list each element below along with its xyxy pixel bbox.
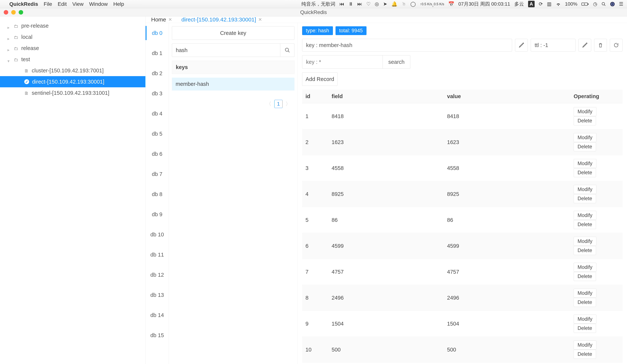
db-item-3[interactable]: db 3 — [146, 83, 169, 104]
db-item-14[interactable]: db 14 — [146, 305, 169, 325]
delete-key-button[interactable] — [594, 39, 607, 52]
delete-button[interactable]: Delete — [574, 168, 596, 177]
modify-button[interactable]: Modify — [574, 237, 596, 246]
modify-button[interactable]: Modify — [574, 133, 596, 142]
record-search-button[interactable]: search — [383, 55, 410, 69]
modify-button[interactable]: Modify — [574, 263, 596, 272]
tree-node-cluster-150-109-42-193-7001-[interactable]: cluster-[150.109.42.193:7001] — [0, 65, 145, 76]
tree-node-direct-150-109-42-193-30001-[interactable]: ✓direct-[150.109.42.193:30001] — [0, 76, 145, 87]
delete-button[interactable]: Delete — [574, 220, 596, 229]
tree-node-test[interactable]: test — [0, 54, 145, 65]
menu-window[interactable]: Window — [89, 1, 108, 7]
delete-button[interactable]: Delete — [574, 142, 596, 151]
mouse-icon[interactable]: 🖱 — [401, 1, 406, 7]
keys-header: keys — [172, 61, 295, 74]
modify-button[interactable]: Modify — [574, 289, 596, 298]
window-zoom-button[interactable] — [19, 10, 23, 14]
col-id: id — [302, 90, 328, 103]
key-item[interactable]: member-hash — [172, 78, 295, 91]
modify-button[interactable]: Modify — [574, 107, 596, 116]
modify-button[interactable]: Modify — [574, 314, 596, 324]
tree-node-sentinel-150-109-42-193-31001-[interactable]: sentinel-[150.109.42.193:31001] — [0, 87, 145, 99]
prev-page-icon[interactable]: 〈 — [266, 100, 271, 107]
battery-menu-icon[interactable]: ▥ — [547, 1, 552, 7]
add-record-button[interactable]: Add Record — [302, 72, 338, 86]
delete-button[interactable]: Delete — [574, 116, 596, 125]
notification-center-icon[interactable]: ☰ — [619, 1, 623, 7]
delete-button[interactable]: Delete — [574, 194, 596, 203]
wifi-icon[interactable] — [556, 2, 561, 6]
sync-icon[interactable]: ⟳ — [539, 1, 543, 7]
db-item-0[interactable]: db 0 — [146, 23, 169, 43]
close-icon[interactable]: ✕ — [258, 17, 262, 22]
delete-button[interactable]: Delete — [574, 298, 596, 307]
menu-view[interactable]: View — [72, 1, 83, 7]
window-close-button[interactable] — [4, 10, 8, 14]
tab-connection[interactable]: direct-[150.109.42.193:30001] ✕ — [181, 16, 262, 23]
delete-button[interactable]: Delete — [574, 246, 596, 255]
db-item-9[interactable]: db 9 — [146, 204, 169, 224]
modify-button[interactable]: Modify — [574, 185, 596, 194]
close-icon[interactable]: ✕ — [168, 17, 172, 22]
music-title[interactable]: 纯音乐，无歌词 — [301, 1, 335, 7]
macos-menubar: QuickRedis File Edit View Window Help 纯音… — [0, 0, 627, 8]
db-item-2[interactable]: db 2 — [146, 63, 169, 83]
db-item-4[interactable]: db 4 — [146, 104, 169, 124]
db-item-10[interactable]: db 10 — [146, 224, 169, 245]
input-method[interactable]: A — [528, 1, 535, 7]
db-item-5[interactable]: db 5 — [146, 124, 169, 144]
tab-home[interactable]: Home ✕ — [151, 16, 172, 23]
plane-icon[interactable]: ➤ — [383, 1, 387, 7]
tree-node-local[interactable]: local — [0, 31, 145, 43]
prev-track-icon[interactable]: ⏮ — [339, 1, 344, 7]
db-item-7[interactable]: db 7 — [146, 164, 169, 184]
create-key-button[interactable]: Create key — [172, 26, 295, 40]
delete-button[interactable]: Delete — [574, 350, 596, 359]
ttl-box: ttl : -1 — [531, 39, 575, 52]
tree-node-release[interactable]: release — [0, 43, 145, 54]
key-search-input[interactable] — [172, 44, 280, 57]
delete-button[interactable]: Delete — [574, 272, 596, 281]
db-item-8[interactable]: db 8 — [146, 184, 169, 204]
menu-file[interactable]: File — [44, 1, 52, 7]
datetime[interactable]: 07月30日 周四 00:03:11 — [458, 1, 510, 7]
menu-edit[interactable]: Edit — [58, 1, 67, 7]
calendar-icon[interactable]: 📅 — [448, 1, 454, 7]
weather[interactable]: 多云 — [514, 1, 524, 7]
page-number[interactable]: 1 — [274, 100, 283, 108]
db-item-6[interactable]: db 6 — [146, 144, 169, 164]
next-track-icon[interactable]: ⏭ — [357, 1, 362, 7]
app-menu[interactable]: QuickRedis — [9, 1, 38, 7]
clock-icon[interactable]: ◷ — [593, 1, 597, 7]
edit-ttl-button[interactable] — [578, 39, 591, 52]
db-item-13[interactable]: db 13 — [146, 285, 169, 305]
db-item-15[interactable]: db 15 — [146, 325, 169, 345]
target-icon[interactable]: ◎ — [375, 1, 379, 7]
edit-key-button[interactable] — [515, 39, 528, 52]
delete-button[interactable]: Delete — [574, 324, 596, 333]
modify-button[interactable]: Modify — [574, 341, 596, 350]
tree-node-pre-release[interactable]: pre-release — [0, 20, 145, 31]
siri-icon[interactable] — [610, 2, 615, 6]
tree-node-label: local — [21, 34, 32, 40]
record-search-input[interactable] — [302, 55, 383, 69]
menu-help[interactable]: Help — [113, 1, 124, 7]
next-page-icon[interactable]: 〉 — [286, 100, 291, 107]
spotlight-icon[interactable] — [601, 2, 606, 6]
modify-button[interactable]: Modify — [574, 211, 596, 220]
db-item-11[interactable]: db 11 — [146, 245, 169, 265]
pause-icon[interactable]: ⏸ — [348, 1, 353, 7]
window-minimize-button[interactable] — [11, 10, 16, 14]
heart-icon[interactable]: ♡ — [366, 1, 371, 7]
search-button[interactable] — [280, 44, 295, 57]
db-item-12[interactable]: db 12 — [146, 265, 169, 285]
bell-icon[interactable]: 🔔 — [391, 1, 397, 7]
circle-icon[interactable]: ◯ — [410, 1, 416, 7]
type-tag: type: hash — [302, 26, 333, 35]
modify-button[interactable]: Modify — [574, 159, 596, 168]
battery-icon[interactable] — [581, 2, 589, 6]
network-speed[interactable]: ↑ 0.5 K/s↓ 0.5 K/s — [420, 1, 444, 7]
refresh-button[interactable] — [610, 39, 623, 52]
db-item-1[interactable]: db 1 — [146, 43, 169, 63]
tabs-bar: Home ✕ direct-[150.109.42.193:30001] ✕ — [146, 16, 627, 23]
